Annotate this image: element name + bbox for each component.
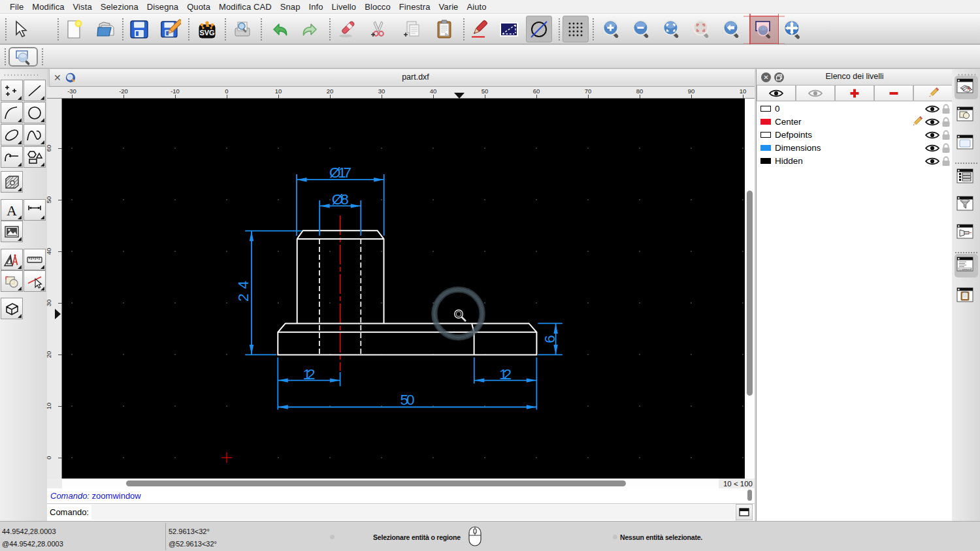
svg-text:24: 24	[235, 281, 252, 302]
svg-text:SVG: SVG	[199, 29, 214, 37]
svg-text:12: 12	[303, 366, 316, 383]
svg-text:12: 12	[499, 366, 512, 383]
svg-text:Ø17: Ø17	[329, 165, 351, 181]
svg-text:6: 6	[542, 335, 558, 343]
svg-text:Ø8: Ø8	[332, 191, 349, 208]
svg-text:c command: c command	[960, 268, 972, 271]
svg-text:A: A	[7, 202, 17, 219]
svg-text:50: 50	[400, 392, 414, 408]
svg-text:A: A	[966, 86, 970, 92]
